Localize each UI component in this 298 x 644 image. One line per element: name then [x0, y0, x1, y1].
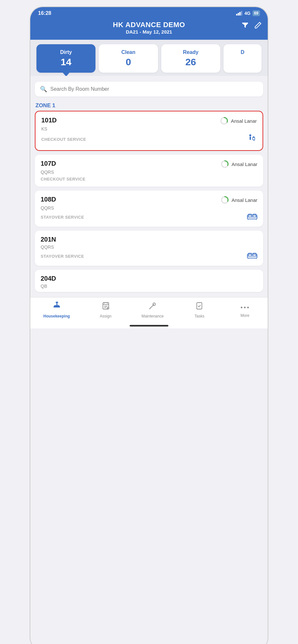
card-dirty[interactable]: Dirty 14 — [36, 44, 95, 73]
bed-icon — [247, 213, 257, 222]
room-service: CHECKOUT SERVICE — [41, 137, 86, 142]
svg-rect-2 — [239, 12, 241, 16]
search-bar[interactable]: 🔍 — [35, 82, 263, 97]
room-card-201n[interactable]: 201N QQRS STAYOVER SERVICE — [35, 231, 263, 266]
nav-maintenance[interactable]: Maintenance — [142, 301, 164, 318]
card-ready[interactable]: Ready 26 — [161, 44, 220, 73]
svg-rect-7 — [250, 137, 251, 140]
assignee-name: Ansal Lanar — [232, 197, 257, 203]
signal-icon — [236, 11, 243, 16]
room-assignee: Ansal Lanar — [221, 196, 257, 204]
status-time: 16:28 — [38, 10, 51, 16]
card-clean[interactable]: Clean 0 — [99, 44, 158, 73]
nav-tasks-label: Tasks — [194, 314, 204, 318]
svg-rect-1 — [238, 13, 239, 16]
network-label: 4G — [244, 11, 251, 16]
room-number: 108D — [41, 196, 56, 203]
progress-circle-icon — [221, 196, 229, 204]
card-ready-value: 26 — [164, 57, 217, 68]
room-assignee: Ansal Lanar — [221, 160, 257, 168]
card-extra-label: D — [227, 49, 258, 55]
luggage-icon — [247, 133, 257, 145]
room-service: STAYOVER SERVICE — [41, 254, 84, 259]
battery-indicator: 69 — [253, 10, 260, 16]
room-number: 204D — [41, 275, 56, 282]
nav-more[interactable]: More — [235, 302, 254, 318]
svg-rect-24 — [248, 253, 252, 256]
nav-housekeeping[interactable]: Housekeeping — [44, 301, 70, 318]
room-card-101d[interactable]: 101D Ansal Lanar KS CHECKOUT SERVICE — [35, 111, 263, 151]
card-extra[interactable]: D — [224, 44, 262, 73]
room-number: 201N — [41, 236, 56, 243]
phone-frame: 16:28 4G 69 HK ADVANCE DEMO DA21 - May 1… — [30, 6, 268, 644]
status-bar: 16:28 4G 69 — [30, 7, 268, 18]
svg-rect-18 — [248, 214, 252, 217]
header-icons — [241, 21, 262, 31]
svg-point-46 — [241, 307, 243, 308]
card-dirty-label: Dirty — [40, 49, 92, 55]
app-subtitle: DA21 - May 12, 2021 — [50, 29, 248, 35]
home-indicator — [30, 322, 268, 328]
nav-assign-label: Assign — [100, 314, 112, 318]
card-clean-label: Clean — [102, 49, 154, 55]
zone-label: ZONE 1 — [30, 100, 268, 111]
room-card-108d[interactable]: 108D Ansal Lanar QQRS STAYOVER SERVICE — [35, 191, 263, 227]
svg-point-31 — [55, 302, 58, 303]
tasks-icon — [195, 301, 204, 313]
svg-rect-3 — [241, 11, 242, 16]
room-type: QB — [41, 284, 257, 289]
bed-icon — [247, 252, 257, 261]
nav-housekeeping-label: Housekeeping — [44, 314, 70, 318]
status-cards-row: Dirty 14 Clean 0 Ready 26 D — [30, 40, 268, 76]
nav-more-label: More — [241, 313, 249, 318]
edit-icon[interactable] — [254, 21, 262, 31]
room-service: CHECKOUT SERVICE — [41, 177, 85, 182]
nav-tasks[interactable]: Tasks — [190, 301, 209, 318]
room-type: KS — [41, 126, 257, 131]
svg-rect-45 — [197, 303, 202, 309]
card-ready-label: Ready — [164, 49, 217, 55]
assignee-name: Ansal Lanar — [231, 118, 257, 124]
more-icon — [240, 302, 249, 312]
status-right: 4G 69 — [236, 10, 260, 16]
maintenance-icon — [148, 301, 157, 313]
home-bar — [130, 325, 168, 327]
room-service: STAYOVER SERVICE — [41, 215, 84, 220]
card-clean-value: 0 — [102, 57, 154, 68]
nav-assign[interactable]: Assign — [96, 301, 115, 318]
svg-rect-0 — [236, 14, 237, 16]
app-header: HK ADVANCE DEMO DA21 - May 12, 2021 — [30, 18, 268, 40]
card-dirty-value: 14 — [40, 57, 92, 68]
svg-rect-25 — [253, 253, 256, 256]
assignee-name: Ansal Lanar — [232, 161, 257, 167]
search-icon: 🔍 — [40, 86, 47, 93]
room-type: QQRS — [41, 170, 257, 175]
svg-point-6 — [249, 134, 251, 136]
room-type: QQRS — [41, 205, 257, 211]
progress-circle-icon — [221, 160, 229, 168]
svg-line-44 — [149, 308, 151, 309]
room-card-107d[interactable]: 107D Ansal Lanar QQRS CHECKOUT SERVICE — [35, 155, 263, 187]
room-card-204d[interactable]: 204D QB — [35, 270, 263, 292]
room-list: 101D Ansal Lanar KS CHECKOUT SERVICE — [30, 111, 268, 292]
svg-point-48 — [247, 307, 249, 308]
svg-point-47 — [244, 307, 246, 308]
svg-rect-19 — [253, 214, 256, 217]
room-number: 101D — [41, 117, 57, 124]
nav-maintenance-label: Maintenance — [142, 314, 164, 318]
bottom-nav: Housekeeping Assign — [30, 297, 268, 322]
filter-icon[interactable] — [241, 21, 249, 31]
housekeeping-icon — [52, 301, 61, 313]
svg-rect-29 — [54, 306, 60, 307]
app-title: HK ADVANCE DEMO — [50, 21, 248, 29]
room-assignee: Ansal Lanar — [220, 117, 257, 125]
room-number: 107D — [41, 160, 56, 167]
assign-icon — [101, 301, 110, 313]
room-type: QQRS — [41, 244, 257, 250]
search-input[interactable] — [50, 86, 258, 92]
progress-circle-icon — [220, 117, 228, 125]
svg-line-43 — [153, 304, 154, 305]
